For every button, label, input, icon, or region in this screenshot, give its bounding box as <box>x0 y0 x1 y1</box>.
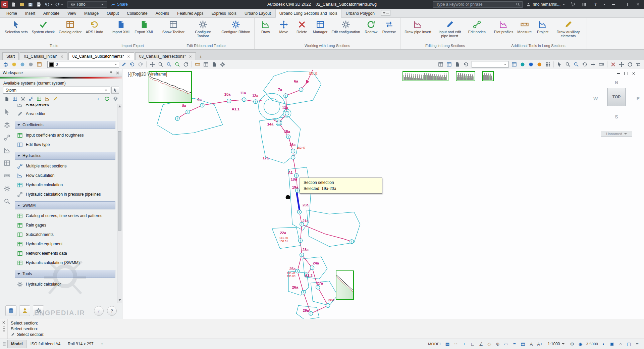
layer-lock-icon[interactable] <box>27 61 35 68</box>
ribbon-button-catalog-editor[interactable]: Catalog editor <box>57 19 84 35</box>
rail-profile-icon[interactable] <box>3 147 11 154</box>
ribbon-tab-output[interactable]: Output <box>103 9 122 17</box>
sheet-set-manager-icon[interactable] <box>511 61 518 68</box>
layout-tab-model[interactable]: Model <box>7 340 26 348</box>
user-catalog-button[interactable] <box>19 305 30 316</box>
zoom-in-icon[interactable] <box>589 61 597 68</box>
entity-properties-icon[interactable] <box>11 95 18 102</box>
ribbon-button-move[interactable]: Move <box>275 19 292 35</box>
sync-icon[interactable] <box>626 61 634 68</box>
viewcube-top-face[interactable]: TOP <box>607 88 626 106</box>
ribbon-tab-home[interactable]: Home <box>3 9 21 17</box>
measure-distance-icon[interactable] <box>598 61 605 68</box>
topology-icon[interactable] <box>27 95 35 102</box>
viewcube-south-label[interactable]: S <box>591 114 642 119</box>
profile-view-icon[interactable] <box>43 95 51 102</box>
workspace-item-rain-gages[interactable]: Rain gages <box>14 220 117 230</box>
signed-in-user-menu[interactable]: rino.nemarnik... <box>526 2 565 7</box>
hardware-acceleration-icon[interactable]: ◉ <box>578 341 583 347</box>
scrollbar-thumb[interactable] <box>118 131 121 231</box>
selection-cycling-icon[interactable]: ▤ <box>520 341 526 347</box>
viewport-lock-icon[interactable] <box>437 61 444 68</box>
selected-section-segment[interactable] <box>297 193 300 212</box>
workspace-switching-icon[interactable]: ⚙ <box>570 341 575 347</box>
pan-hand-icon[interactable] <box>618 61 625 68</box>
preview-thumbnail-5[interactable] <box>482 71 494 81</box>
workspace-item-subcatchments[interactable]: Subcatchments <box>14 230 117 239</box>
quick-properties-icon[interactable]: ▣ <box>609 341 615 347</box>
workspace-item-flow-calculation[interactable]: Flow calculation <box>14 171 117 180</box>
viewcube-west-label[interactable]: W <box>593 96 598 101</box>
viewport-minimize-icon[interactable] <box>617 73 620 74</box>
subcatchment-polygons[interactable] <box>157 71 360 319</box>
layer-freeze-icon[interactable] <box>19 61 26 68</box>
workspace-item-edit-flow-type[interactable]: Edit flow type <box>14 140 117 149</box>
rail-table-icon[interactable] <box>3 159 11 167</box>
data-table-icon[interactable] <box>35 95 43 102</box>
new-layout-button[interactable]: + <box>98 340 107 348</box>
save-button[interactable] <box>26 1 34 8</box>
materials-browser-icon[interactable] <box>544 61 551 68</box>
annotation-visibility-icon[interactable]: A <box>529 341 534 347</box>
visual-style-orange-icon[interactable] <box>536 61 543 68</box>
undo-view-icon[interactable] <box>128 61 136 68</box>
search-input[interactable] <box>435 2 514 7</box>
ribbon-button-reverse[interactable]: Reverse <box>380 19 398 35</box>
ribbon-button-redraw[interactable]: Redraw <box>362 19 380 35</box>
erase-icon[interactable] <box>609 61 617 68</box>
workspace-item-area-editor[interactable]: Area editor <box>14 109 117 118</box>
connected-apps-button[interactable] <box>580 1 588 8</box>
swap-view-icon[interactable] <box>635 61 642 68</box>
new-entity-icon[interactable] <box>3 95 10 102</box>
clean-screen-icon[interactable]: ▢ <box>626 341 632 347</box>
layer-properties-icon[interactable] <box>2 61 9 68</box>
workspace-dropdown[interactable]: Rino <box>67 1 107 8</box>
view-previous-icon[interactable] <box>462 61 470 68</box>
app-store-button[interactable] <box>569 1 577 8</box>
workspace-item-network-elements-data[interactable]: Network elements data <box>14 249 117 258</box>
isolate-objects-icon[interactable]: ○ <box>618 341 623 347</box>
zoom-object-icon[interactable] <box>564 61 572 68</box>
undo-caret-icon[interactable] <box>50 4 53 5</box>
ribbon-button-export-xml[interactable]: Export XML <box>133 19 155 35</box>
ribbon-tab-urbano-layout[interactable]: Urbano Layout <box>241 9 275 17</box>
database-button[interactable] <box>5 305 16 316</box>
help-round-button[interactable] <box>107 306 117 316</box>
new-tab-button[interactable]: + <box>197 53 204 60</box>
rail-search-icon[interactable] <box>3 198 11 205</box>
ribbon-tab-express-tools[interactable]: Express Tools <box>208 9 240 17</box>
section-header-swmm[interactable]: SWMM <box>15 201 115 209</box>
rail-measure-icon[interactable] <box>3 172 11 180</box>
annotation-scale-dropdown[interactable]: 1:1000 <box>546 341 567 347</box>
visual-style-blue-icon[interactable] <box>527 61 535 68</box>
snap-mode-icon[interactable]: ∷ <box>453 341 459 347</box>
help-caret-icon[interactable] <box>603 4 606 5</box>
ribbon-tab-featured-apps[interactable]: Featured Apps <box>173 9 207 17</box>
civil3d-app-menu[interactable]: C <box>1 1 8 8</box>
workspace-item-hydraulic-calculation[interactable]: Hydraulic calculation <box>14 180 117 190</box>
named-view-dropdown[interactable]: Unnamed <box>601 131 632 137</box>
refresh-systems-button[interactable] <box>103 95 110 102</box>
section-header-coefficients[interactable]: Coefficients <box>15 121 115 129</box>
ribbon-tab-view[interactable]: View <box>64 9 80 17</box>
graphics-performance-icon[interactable]: ◐ <box>601 341 606 347</box>
scroll-up-icon[interactable] <box>118 105 121 107</box>
rail-network-icon[interactable] <box>3 134 11 141</box>
command-grip[interactable] <box>3 327 5 333</box>
zoom-window-icon[interactable] <box>165 61 173 68</box>
dynamic-input-icon[interactable]: + <box>462 341 467 347</box>
system-config-icon[interactable] <box>19 95 26 102</box>
ribbon-button-input-and-edit-pipe-invert[interactable]: Input and edit pipe invert <box>434 19 466 39</box>
minimize-window-button[interactable] <box>609 1 618 8</box>
close-tab-icon[interactable] <box>60 55 63 58</box>
named-views-icon[interactable] <box>454 61 461 68</box>
close-tab-icon[interactable] <box>127 55 130 58</box>
object-snap-tracking-icon[interactable]: ⊕ <box>495 341 500 347</box>
undo-button[interactable] <box>43 1 51 8</box>
help-menu-button[interactable] <box>592 1 599 8</box>
rail-settings-icon[interactable] <box>3 185 11 192</box>
info-round-button[interactable] <box>94 306 104 316</box>
ribbon-button-show-toolbar[interactable]: Show Toolbar <box>161 19 186 35</box>
document-tab-03-canalis-intersections[interactable]: 03_Canalis_Intersections* <box>135 52 196 60</box>
pan-icon[interactable] <box>149 61 156 68</box>
